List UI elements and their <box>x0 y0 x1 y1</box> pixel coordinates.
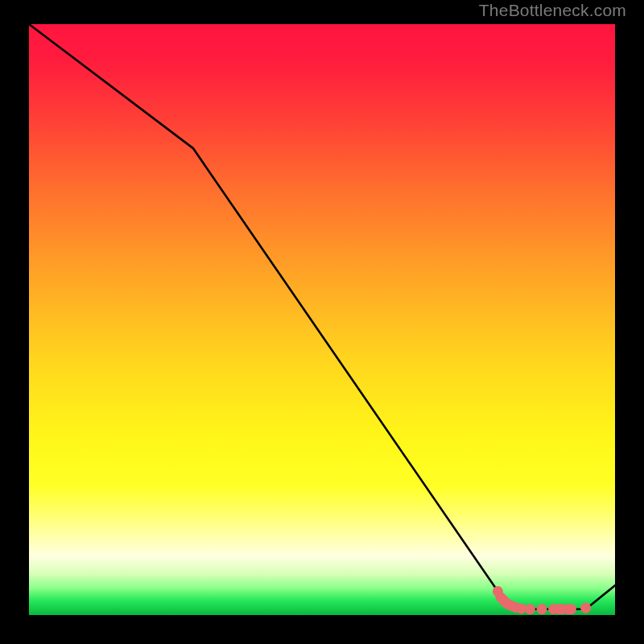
marker-dot <box>566 604 576 614</box>
marker-dot <box>525 604 535 614</box>
bottleneck-curve <box>29 24 615 609</box>
chart-overlay <box>29 24 615 615</box>
watermark-text: TheBottleneck.com <box>479 1 626 20</box>
highlighted-range-markers <box>493 586 591 614</box>
chart-frame: TheBottleneck.com <box>0 0 644 644</box>
marker-dot <box>537 604 547 614</box>
marker-dot <box>580 603 591 613</box>
